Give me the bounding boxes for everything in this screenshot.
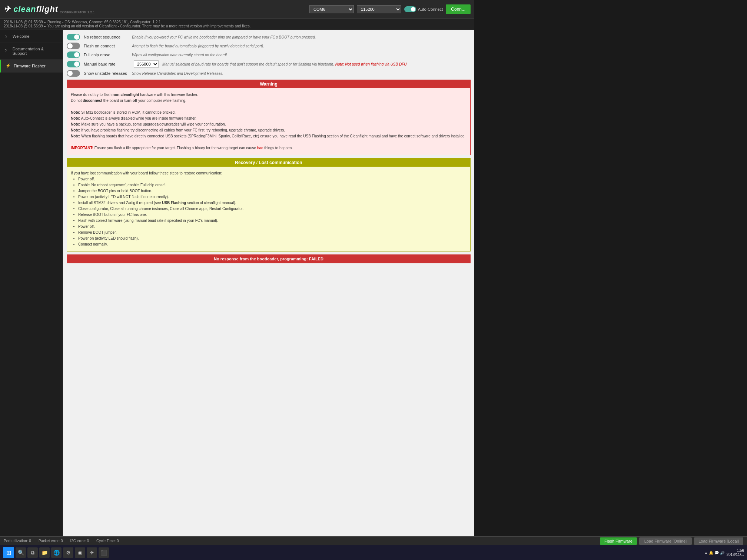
- recovery-step-5: Install all STM32 drivers and Zadig if r…: [78, 200, 467, 206]
- sidebar-item-firmware[interactable]: ⚡ Firmware Flasher: [0, 60, 63, 73]
- recovery-step-7: Release BOOT button if your FC has one.: [78, 212, 467, 218]
- recovery-step-12: Connect normally.: [78, 241, 467, 247]
- manual-baud-toggle[interactable]: [67, 61, 80, 67]
- flash-on-connect-toggle[interactable]: [67, 43, 80, 49]
- show-unstable-desc: Show Release-Candidates and Development …: [132, 71, 223, 76]
- warning-note-4: Note: If you have problems flashing try …: [71, 127, 467, 133]
- recovery-step-9: Power off.: [78, 224, 467, 230]
- full-chip-erase-toggle[interactable]: [67, 51, 80, 58]
- recovery-box: Recovery / Lost communication If you hav…: [67, 158, 471, 251]
- full-chip-erase-label: Full chip erase: [84, 53, 128, 57]
- i2c-error: I2C error: 0: [70, 539, 89, 542]
- sidebar-item-firmware-label: Firmware Flasher: [14, 64, 46, 68]
- manual-baud-desc: Manual selection of baud rate for boards…: [162, 62, 408, 66]
- top-bar: ✈ cleanflight CONFIGURATOR 1.2.1 COM6 11…: [0, 0, 474, 19]
- warning-note-3: Note: Make sure you have a backup, some …: [71, 121, 467, 127]
- sidebar-item-documentation[interactable]: ? Documentation & Support: [0, 43, 63, 60]
- status-line-1: 2018-11-08 @ 01:55:39 -- Running - OS: W…: [4, 20, 471, 24]
- warning-content: Please do not try to flash non-cleanflig…: [67, 88, 470, 155]
- recovery-header: Recovery / Lost communication: [67, 159, 470, 167]
- warning-line-1: Please do not try to flash non-cleanflig…: [71, 92, 467, 98]
- port-select[interactable]: COM6: [309, 5, 354, 13]
- baud-select[interactable]: 115200: [357, 5, 401, 13]
- warning-header: Warning: [67, 80, 470, 88]
- full-chip-erase-desc: Wipes all configuration data currently s…: [132, 53, 227, 57]
- auto-connect-toggle[interactable]: [404, 6, 416, 12]
- auto-connect-area: Auto-Connect: [404, 6, 443, 12]
- failed-bar: No response from the bootloader, program…: [67, 254, 471, 263]
- sidebar-item-documentation-label: Documentation & Support: [13, 47, 58, 56]
- warning-important: IMPORTANT: Ensure you flash a file appro…: [71, 145, 467, 151]
- toggle-row-no-reboot: No reboot sequence Enable if you powered…: [67, 34, 471, 40]
- recovery-content: If you have lost communication with your…: [67, 167, 470, 251]
- warning-note-1: Note: STM32 bootloader is stored in ROM,…: [71, 110, 467, 116]
- top-right-controls: COM6 115200 Auto-Connect Conn...: [309, 4, 471, 14]
- recovery-step-8: Flash with correct firmware (using manua…: [78, 218, 467, 224]
- no-reboot-desc: Enable if you powered your FC while the …: [132, 35, 316, 39]
- warning-note-2: Note: Auto-Connect is always disabled wh…: [71, 116, 467, 121]
- configurator-version: CONFIGURATOR 1.2.1: [60, 10, 95, 14]
- recovery-step-1: Power off.: [78, 176, 467, 182]
- main-layout: ⌂ Welcome ? Documentation & Support ⚡ Fi…: [0, 30, 474, 542]
- recovery-step-6: Close configurator, Close all running ch…: [78, 206, 467, 212]
- flash-on-connect-label: Flash on connect: [84, 44, 128, 48]
- recovery-step-11: Power on (activity LED should flash).: [78, 236, 467, 241]
- auto-connect-label: Auto-Connect: [418, 7, 443, 11]
- toggle-row-manual-baud: Manual baud rate 256000 115200 57600 Man…: [67, 60, 471, 68]
- recovery-step-2: Enable 'No reboot sequence', enable 'Ful…: [78, 182, 467, 188]
- logo-area: ✈ cleanflight CONFIGURATOR 1.2.1: [4, 4, 95, 14]
- sidebar-item-welcome[interactable]: ⌂ Welcome: [0, 30, 63, 43]
- show-unstable-label: Show unstable releases: [84, 71, 128, 76]
- manual-baud-label: Manual baud rate: [84, 62, 128, 66]
- recovery-steps-list: Power off. Enable 'No reboot sequence', …: [78, 176, 467, 247]
- no-reboot-toggle[interactable]: [67, 34, 80, 40]
- warning-box: Warning Please do not try to flash non-c…: [67, 80, 471, 155]
- manual-baud-select[interactable]: 256000 115200 57600: [134, 60, 159, 68]
- firmware-icon: ⚡: [6, 63, 11, 69]
- content-area: No reboot sequence Enable if you powered…: [63, 30, 474, 542]
- recovery-step-10: Remove BOOT jumper.: [78, 230, 467, 236]
- bottom-status-bar: Port utilization: 0 Packet error: 0 I2C …: [0, 536, 474, 542]
- bottom-status-left: Port utilization: 0 Packet error: 0 I2C …: [4, 539, 119, 542]
- cycle-time: Cycle Time: 0: [96, 539, 119, 542]
- no-reboot-label: No reboot sequence: [84, 35, 128, 39]
- recovery-intro: If you have lost communication with your…: [71, 170, 467, 176]
- documentation-icon: ?: [4, 49, 10, 54]
- welcome-icon: ⌂: [4, 34, 10, 39]
- toggle-row-full-chip-erase: Full chip erase Wipes all configuration …: [67, 51, 471, 58]
- warning-line-2: Do not disconnect the board or turn off …: [71, 98, 467, 104]
- recovery-step-3: Jumper the BOOT pins or hold BOOT button…: [78, 188, 467, 194]
- port-utilization: Port utilization: 0: [4, 539, 31, 542]
- connect-button[interactable]: Conn...: [446, 4, 471, 14]
- show-unstable-toggle[interactable]: [67, 70, 80, 77]
- sidebar-item-welcome-label: Welcome: [13, 34, 30, 39]
- status-line-2: 2018-11-08 @ 01:55:39 -- You are using a…: [4, 24, 471, 28]
- packet-error: Packet error: 0: [39, 539, 63, 542]
- recovery-step-4: Power on (activity LED will NOT flash if…: [78, 194, 467, 200]
- toggle-row-show-unstable: Show unstable releases Show Release-Cand…: [67, 70, 471, 77]
- toggle-row-flash-on-connect: Flash on connect Attempt to flash the bo…: [67, 43, 471, 49]
- status-bar: 2018-11-08 @ 01:55:39 -- Running - OS: W…: [0, 19, 474, 30]
- sidebar: ⌂ Welcome ? Documentation & Support ⚡ Fi…: [0, 30, 63, 542]
- warning-note-5: Note: When flashing boards that have dir…: [71, 133, 467, 139]
- flash-on-connect-desc: Attempt to flash the board automatically…: [132, 44, 264, 48]
- logo: ✈ cleanflight: [4, 4, 58, 14]
